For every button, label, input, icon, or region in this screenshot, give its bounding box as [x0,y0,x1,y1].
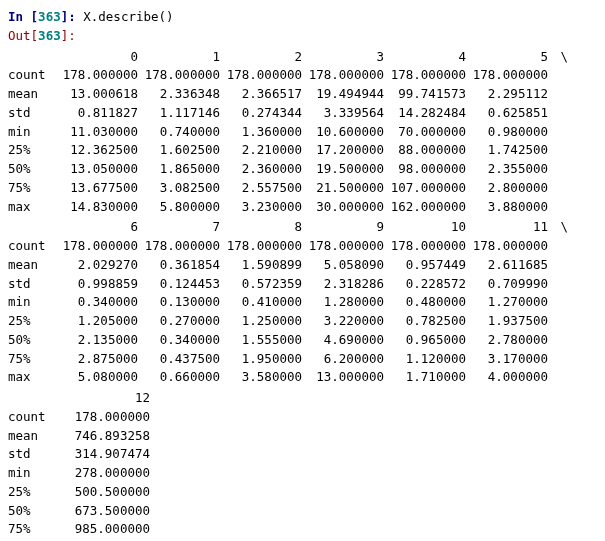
cell: 3.880000 [466,198,548,217]
in-prompt-prefix: In [ [8,9,38,24]
cell: 0.361854 [138,256,220,275]
row-label: std [8,445,56,464]
cell: 21.500000 [302,179,384,198]
cell: 13.000618 [56,85,138,104]
row-label: mean [8,85,56,104]
cell: 278.000000 [56,464,150,483]
cell: 1.280000 [302,293,384,312]
cell: 0.437500 [138,350,220,369]
output-prompt-line: Out[363]: [8,27,597,46]
cell: 0.340000 [56,293,138,312]
row-label: 75% [8,179,56,198]
cell: 14.282484 [384,104,466,123]
cell: 70.000000 [384,123,466,142]
cell: 1.205000 [56,312,138,331]
cell: 3.580000 [220,368,302,387]
cell: 19.500000 [302,160,384,179]
cell: 0.340000 [138,331,220,350]
code-text: X.describe() [83,9,173,24]
cell: 2.355000 [466,160,548,179]
cell: 19.494944 [302,85,384,104]
row-label: 50% [8,331,56,350]
row-label: 50% [8,502,56,521]
cell: 98.000000 [384,160,466,179]
row-label: mean [8,256,56,275]
row-label: max [8,198,56,217]
cell: 178.000000 [56,66,138,85]
row-label: 75% [8,350,56,369]
cell: 12.362500 [56,141,138,160]
row-label: count [8,408,56,427]
cell: 500.500000 [56,483,150,502]
col-header: 1 [138,48,220,67]
cell: 0.410000 [220,293,302,312]
cell: 1.117146 [138,104,220,123]
cell: 2.318286 [302,275,384,294]
row-label: 25% [8,483,56,502]
cell: 2.875000 [56,350,138,369]
in-prompt-suffix: ]: [61,9,84,24]
cell: 5.080000 [56,368,138,387]
row-label: count [8,237,56,256]
cell: 746.893258 [56,427,150,446]
table-block-1: 012345\ count178.000000178.000000178.000… [8,48,597,217]
cell: 178.000000 [220,237,302,256]
row-label: std [8,275,56,294]
cell: 0.965000 [384,331,466,350]
cell: 0.572359 [220,275,302,294]
cell: 2.780000 [466,331,548,350]
cell: 0.740000 [138,123,220,142]
in-prompt-number: 363 [38,9,61,24]
col-header: 9 [302,218,384,237]
cell: 6.200000 [302,350,384,369]
row-label: 25% [8,141,56,160]
input-prompt-line: In [363]: X.describe() [8,8,597,27]
cell: 0.228572 [384,275,466,294]
row-label: 25% [8,312,56,331]
col-header: 0 [56,48,138,67]
cell: 1.555000 [220,331,302,350]
cell: 3.339564 [302,104,384,123]
cell: 985.000000 [56,520,150,539]
col-header: 7 [138,218,220,237]
cell: 4.690000 [302,331,384,350]
cell: 178.000000 [466,66,548,85]
cell: 178.000000 [302,237,384,256]
out-prompt-suffix: ]: [61,28,76,43]
cell: 1.270000 [466,293,548,312]
col-header: 2 [220,48,302,67]
cell: 2.135000 [56,331,138,350]
cell: 178.000000 [220,66,302,85]
cell: 1.590899 [220,256,302,275]
cell: 3.170000 [466,350,548,369]
out-prompt-prefix: Out[ [8,28,38,43]
cell: 2.360000 [220,160,302,179]
cell: 0.660000 [138,368,220,387]
row-label: count [8,66,56,85]
cell: 5.800000 [138,198,220,217]
table-block-3: 12 count178.000000 mean746.893258 std314… [8,389,597,541]
cell: 673.500000 [56,502,150,521]
cell: 1.250000 [220,312,302,331]
cell: 0.980000 [466,123,548,142]
cell: 2.557500 [220,179,302,198]
cell: 4.000000 [466,368,548,387]
cell: 178.000000 [56,237,138,256]
cell: 0.782500 [384,312,466,331]
cell: 178.000000 [384,66,466,85]
cell: 178.000000 [138,66,220,85]
cell: 3.230000 [220,198,302,217]
row-label: min [8,464,56,483]
cell: 14.830000 [56,198,138,217]
cell: 162.000000 [384,198,466,217]
row-label: 50% [8,160,56,179]
cell: 1.742500 [466,141,548,160]
row-label: min [8,123,56,142]
col-header: 4 [384,48,466,67]
col-header: 10 [384,218,466,237]
cell: 2.366517 [220,85,302,104]
cell: 88.000000 [384,141,466,160]
cell: 314.907474 [56,445,150,464]
cell: 0.130000 [138,293,220,312]
cell: 0.480000 [384,293,466,312]
